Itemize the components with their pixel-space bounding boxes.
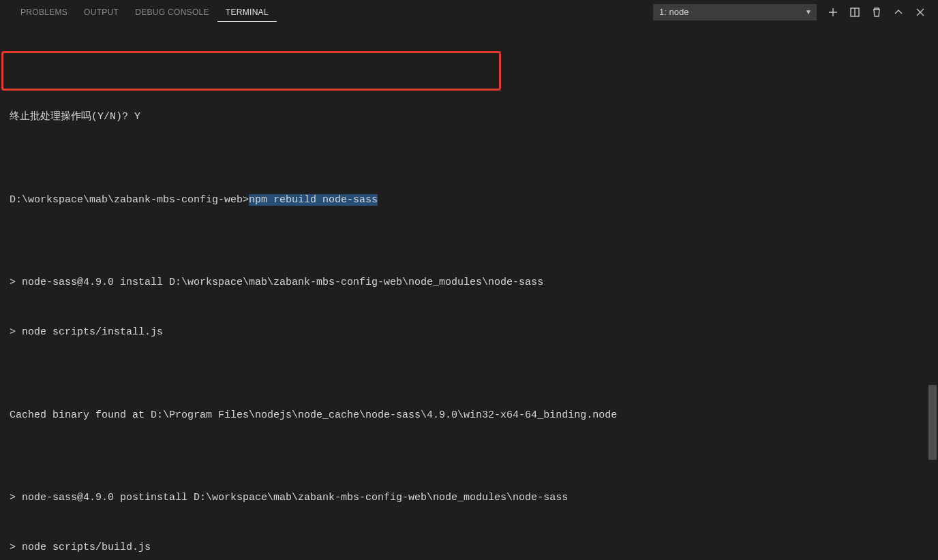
split-icon	[849, 7, 860, 18]
terminal-selector-label: 1: node	[659, 7, 689, 17]
prompt-path: D:\workspace\mab\zabank-mbs-config-web>	[10, 194, 249, 206]
terminal-selector[interactable]: 1: node ▼	[653, 4, 817, 20]
terminal-viewport: 终止批处理操作吗(Y/N)? Y D:\workspace\mab\zabank…	[10, 76, 924, 560]
maximize-panel-button[interactable]	[888, 3, 909, 22]
tab-debug-console[interactable]: DEBUG CONSOLE	[127, 2, 217, 22]
close-panel-button[interactable]	[909, 3, 931, 22]
stdout-line: > node-sass@4.9.0 install D:\workspace\m…	[10, 275, 924, 291]
terminal-actions	[822, 3, 931, 22]
stdout-line: D:\workspace\mab\zabank-mbs-config-web>n…	[10, 192, 924, 208]
new-terminal-button[interactable]	[822, 3, 844, 22]
scrollbar-thumb[interactable]	[928, 385, 937, 460]
panel-tabs: PROBLEMS OUTPUT DEBUG CONSOLE TERMINAL	[12, 2, 277, 22]
chevron-down-icon: ▼	[805, 8, 812, 16]
plus-icon	[828, 7, 838, 18]
terminal-scrollbar[interactable]	[928, 25, 937, 559]
kill-terminal-button[interactable]	[866, 3, 888, 22]
trash-icon	[871, 7, 882, 18]
stdout-line: > node-sass@4.9.0 postinstall D:\workspa…	[10, 490, 924, 506]
tab-output[interactable]: OUTPUT	[76, 2, 127, 22]
selected-command: npm rebuild node-sass	[249, 194, 378, 206]
tab-terminal[interactable]: TERMINAL	[217, 2, 277, 22]
stdout-line: Cached binary found at D:\Program Files\…	[10, 407, 924, 424]
terminal-output[interactable]: 终止批处理操作吗(Y/N)? Y D:\workspace\mab\zabank…	[0, 24, 938, 560]
panel-header: PROBLEMS OUTPUT DEBUG CONSOLE TERMINAL 1…	[0, 0, 938, 24]
chevron-up-icon	[893, 7, 904, 18]
split-terminal-button[interactable]	[844, 3, 866, 22]
stdout-line: > node scripts/build.js	[10, 540, 924, 556]
stdout-line: > node scripts/install.js	[10, 324, 924, 341]
tab-problems[interactable]: PROBLEMS	[12, 2, 76, 22]
close-icon	[915, 7, 926, 18]
stdout-line: 终止批处理操作吗(Y/N)? Y	[10, 109, 924, 125]
